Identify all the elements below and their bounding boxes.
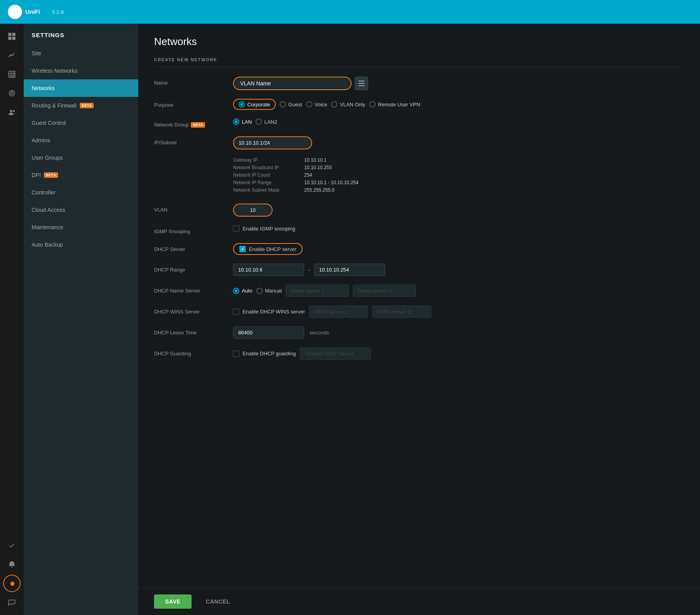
sidebar-item-admins[interactable]: Admins — [24, 132, 138, 149]
svg-rect-15 — [358, 81, 365, 81]
dhcp-name-server-auto-radio[interactable] — [233, 288, 239, 294]
vlan-label: VLAN — [154, 204, 225, 213]
save-button[interactable]: SAVE — [154, 594, 192, 609]
dhcp-guarding-control-area: Enable DHCP guarding — [233, 347, 684, 360]
nav-clients-icon[interactable] — [3, 104, 21, 121]
page-title: Networks — [154, 36, 684, 48]
nav-alerts-icon[interactable] — [3, 537, 21, 554]
form-row-dhcp-lease-time: DHCP Lease Time seconds — [154, 326, 684, 339]
purpose-corporate-label: Corporate — [247, 102, 270, 108]
settings-title: SETTINGS — [24, 32, 138, 45]
network-subnet-mask-key: Network Subnet Mask — [233, 187, 296, 193]
purpose-corporate-wrapper: Corporate — [233, 99, 276, 110]
sidebar-item-wireless-networks[interactable]: Wireless Networks — [24, 62, 138, 79]
bottom-bar: SAVE CANCEL — [138, 587, 700, 615]
network-ip-count-row: Network IP Count 254 — [233, 172, 358, 178]
svg-rect-3 — [8, 37, 11, 40]
dhcp-range-separator: - — [308, 267, 310, 273]
sidebar-item-guest-control[interactable]: Guest Control — [24, 114, 138, 132]
dhcp-wins-1-input[interactable] — [309, 306, 368, 318]
cancel-button[interactable]: CANCEL — [198, 594, 238, 609]
sidebar-item-auto-backup[interactable]: Auto Backup — [24, 236, 138, 253]
main-content: Networks CREATE NEW NETWORK Name Purpose… — [138, 24, 700, 615]
name-label: Name — [154, 77, 225, 86]
dhcp-name-server-1-input[interactable] — [286, 285, 349, 297]
dhcp-name-server-auto-item[interactable]: Auto — [233, 288, 252, 294]
dhcp-range-control-area: - — [233, 264, 684, 276]
settings-sidebar: SETTINGS Site Wireless Networks Networks… — [24, 24, 138, 615]
dhcp-range-end-input[interactable] — [314, 264, 385, 276]
version-label: 5.2.9 — [52, 9, 64, 15]
igmp-snooping-checkbox[interactable] — [233, 225, 239, 232]
nav-activity-icon[interactable] — [3, 47, 21, 64]
svg-point-11 — [11, 92, 13, 94]
nav-settings-icon[interactable] — [3, 575, 21, 592]
network-group-lan-radio[interactable] — [233, 119, 239, 125]
sidebar-item-controller[interactable]: Controller — [24, 184, 138, 201]
sidebar-item-user-groups[interactable]: User Groups — [24, 149, 138, 166]
purpose-vlan-only-radio[interactable] — [331, 101, 337, 108]
sidebar-item-cloud-access[interactable]: Cloud Access — [24, 201, 138, 219]
vlan-input[interactable] — [233, 204, 273, 217]
list-icon-button[interactable] — [355, 77, 368, 90]
form-row-purpose: Purpose Corporate Guest Voice VLAN Only — [154, 99, 684, 110]
sidebar-item-maintenance[interactable]: Maintenance — [24, 219, 138, 236]
nav-devices-icon[interactable] — [3, 85, 21, 102]
dhcp-wins-checkbox[interactable] — [233, 309, 239, 315]
dhcp-lease-seconds-label: seconds — [310, 330, 329, 336]
igmp-snooping-checkbox-label: Enable IGMP snooping — [243, 226, 295, 232]
svg-point-14 — [13, 110, 15, 112]
trusted-dhcp-server-input[interactable] — [300, 347, 371, 360]
purpose-guest-label: Guest — [288, 102, 302, 108]
dhcp-lease-time-label: DHCP Lease Time — [154, 326, 225, 336]
sidebar-item-site[interactable]: Site — [24, 45, 138, 62]
ip-subnet-input[interactable] — [233, 136, 312, 149]
form-row-dhcp-server: DHCP Server Enable DHCP server — [154, 243, 684, 255]
igmp-snooping-checkbox-item[interactable]: Enable IGMP snooping — [233, 225, 295, 232]
nav-map-icon[interactable] — [3, 66, 21, 83]
name-input[interactable] — [233, 77, 352, 90]
nav-feedback-icon[interactable] — [3, 594, 21, 611]
dhcp-server-checkbox[interactable] — [239, 246, 246, 252]
subnet-info: Gateway IP 10.10.10.1 Network Broadcast … — [233, 157, 358, 195]
sidebar-item-networks[interactable]: Networks — [24, 79, 138, 97]
dhcp-wins-control-area: Enable DHCP WINS server — [233, 306, 684, 318]
svg-rect-1 — [8, 33, 11, 36]
form-row-name: Name — [154, 77, 684, 90]
dhcp-guarding-checkbox-item[interactable]: Enable DHCP guarding — [233, 351, 296, 357]
purpose-corporate-radio[interactable] — [239, 101, 245, 108]
dhcp-wins-label: DHCP WINS Server — [154, 306, 225, 315]
dhcp-range-start-input[interactable] — [233, 264, 304, 276]
dhcp-wins-checkbox-item[interactable]: Enable DHCP WINS server — [233, 309, 305, 315]
network-broadcast-value: 10.10.10.255 — [304, 165, 332, 170]
svg-rect-16 — [358, 83, 365, 84]
purpose-guest-radio[interactable] — [280, 101, 286, 108]
nav-notifications-icon[interactable] — [3, 556, 21, 573]
network-group-lan2-item[interactable]: LAN2 — [256, 119, 277, 125]
network-group-lan-item[interactable]: LAN — [233, 119, 252, 125]
dhcp-name-server-manual-item[interactable]: Manual — [256, 288, 282, 294]
topbar: U UniFi 5.2.9 — [0, 0, 700, 24]
form-row-dhcp-name-server: DHCP Name Server Auto Manual — [154, 285, 684, 297]
dhcp-guarding-checkbox[interactable] — [233, 351, 239, 357]
section-title: CREATE NEW NETWORK — [154, 57, 684, 67]
purpose-remote-vpn-radio[interactable] — [369, 101, 376, 108]
network-ip-count-value: 254 — [304, 172, 312, 178]
purpose-guest-item[interactable]: Guest — [280, 101, 302, 108]
purpose-remote-vpn-item[interactable]: Remote User VPN — [369, 101, 420, 108]
purpose-vlan-only-item[interactable]: VLAN Only — [331, 101, 365, 108]
dhcp-lease-time-input[interactable] — [233, 326, 304, 339]
dhcp-name-server-manual-radio[interactable] — [256, 288, 263, 294]
network-subnet-mask-value: 255.255.255.0 — [304, 187, 335, 193]
dhcp-wins-2-input[interactable] — [372, 306, 431, 318]
dhcp-server-checkbox-label: Enable DHCP server — [249, 246, 296, 252]
nav-dashboard-icon[interactable] — [3, 28, 21, 45]
dhcp-name-server-2-input[interactable] — [353, 285, 416, 297]
sidebar-item-routing-firewall[interactable]: Routing & Firewall BETA — [24, 97, 138, 114]
purpose-voice-item[interactable]: Voice — [306, 101, 327, 108]
sidebar-item-dpi[interactable]: DPI BETA — [24, 166, 138, 184]
dhcp-server-label: DHCP Server — [154, 243, 225, 252]
vlan-control-area — [233, 204, 684, 217]
network-group-lan2-radio[interactable] — [256, 119, 262, 125]
purpose-voice-radio[interactable] — [306, 101, 312, 108]
